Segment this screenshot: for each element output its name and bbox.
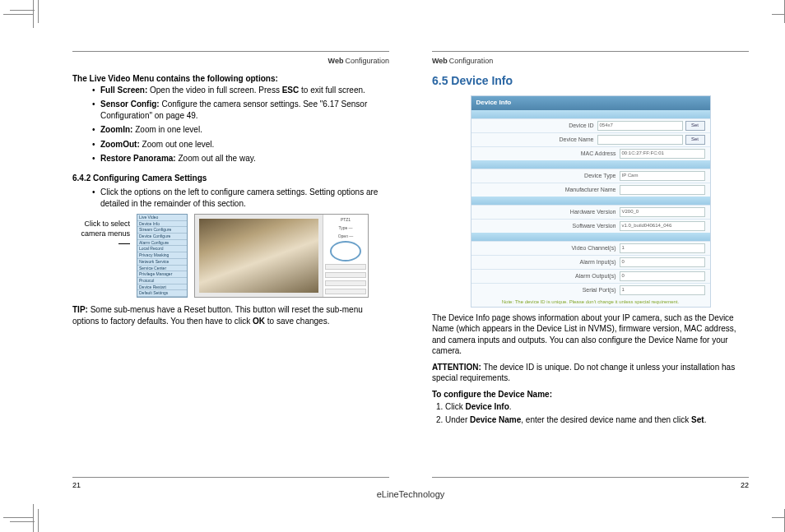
- live-video-screenshot: PTZ1 Type — Open —: [194, 214, 369, 298]
- page-number: 21: [72, 481, 81, 489]
- steps-list: Click Device Info. Under Device Name, en…: [432, 401, 749, 425]
- attention-paragraph: ATTENTION: The device ID is unique. Do n…: [432, 362, 749, 384]
- ptz-dial-icon: [330, 241, 361, 261]
- live-video-options: Full Screen: Open the video in full scre…: [92, 85, 389, 164]
- section-title: 6.5 Device Info: [432, 73, 749, 89]
- tip-paragraph: TIP: Some sub-menus have a Reset button.…: [72, 304, 389, 326]
- page-number: 22: [741, 481, 749, 489]
- figure-caption: Click to select camera menus: [72, 214, 130, 248]
- subsection-heading: 6.4.2 Configuring Camera Settings: [72, 173, 389, 184]
- page-spread: WebConfiguration The Live Video Menu con…: [51, 26, 770, 506]
- header-right: WebConfiguration: [432, 57, 749, 65]
- brand-footer: eLineTechnology: [51, 489, 770, 499]
- sub-bullet: Click the options on the left to configu…: [92, 187, 389, 209]
- page-21: WebConfiguration The Live Video Menu con…: [51, 26, 411, 506]
- device-info-panel: Device Info Device ID054x7Set Device Nam…: [471, 95, 711, 308]
- steps-title: To configure the Device Name:: [432, 389, 749, 400]
- device-info-description: The Device Info page shows information a…: [432, 312, 749, 357]
- header-left: WebConfiguration: [72, 57, 389, 65]
- camera-menu-strip: Live VideoDevice InfoStream Configure De…: [137, 214, 188, 298]
- intro-line: The Live Video Menu contains the followi…: [72, 73, 389, 85]
- page-22: WebConfiguration 6.5 Device Info Device …: [411, 26, 770, 506]
- figure-row: Click to select camera menus Live VideoD…: [72, 214, 389, 298]
